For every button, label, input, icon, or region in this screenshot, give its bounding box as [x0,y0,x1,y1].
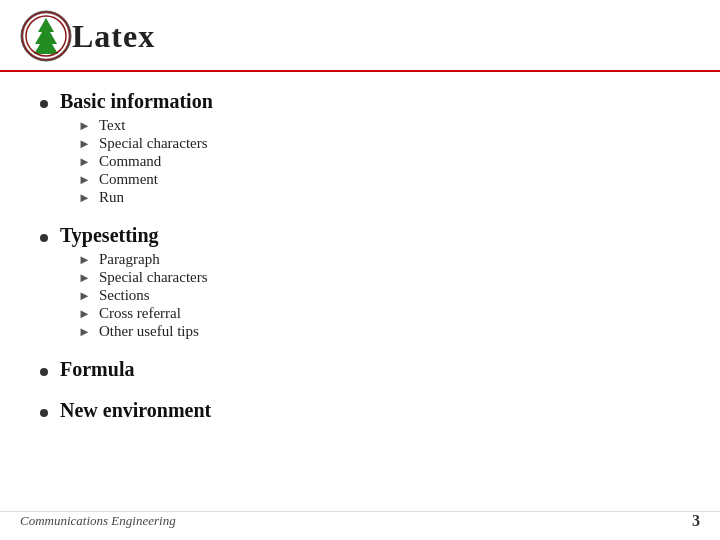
list-item: ► Text [78,117,680,134]
bullet-icon [40,234,48,242]
arrow-icon: ► [78,270,91,286]
arrow-icon: ► [78,190,91,206]
main-content: Basic information ► Text ► Special chara… [0,72,720,450]
list-item: ► Other useful tips [78,323,680,340]
page-number: 3 [692,512,700,530]
arrow-icon: ► [78,154,91,170]
arrow-icon: ► [78,252,91,268]
logo [20,10,72,62]
arrow-icon: ► [78,136,91,152]
section-basic-info: Basic information ► Text ► Special chara… [40,90,680,206]
bullet-icon [40,368,48,376]
basic-info-sublist: ► Text ► Special characters ► Command ► … [78,117,680,206]
section-typesetting: Typesetting ► Paragraph ► Special charac… [40,224,680,340]
typesetting-sublist: ► Paragraph ► Special characters ► Secti… [78,251,680,340]
header: Latex [0,0,720,72]
arrow-icon: ► [78,324,91,340]
section-formula: Formula [40,358,680,381]
list-item: ► Cross referral [78,305,680,322]
section-new-environment: New environment [40,399,680,422]
list-item: ► Paragraph [78,251,680,268]
section-title-basic: Basic information [60,90,213,113]
list-item: ► Sections [78,287,680,304]
list-item: ► Run [78,189,680,206]
arrow-icon: ► [78,306,91,322]
list-item: ► Comment [78,171,680,188]
bullet-icon [40,409,48,417]
list-item: ► Special characters [78,269,680,286]
section-title-typesetting: Typesetting [60,224,159,247]
bullet-icon [40,100,48,108]
arrow-icon: ► [78,172,91,188]
footer-label: Communications Engineering [20,513,176,529]
list-item: ► Command [78,153,680,170]
page-title: Latex [72,18,155,55]
section-title-formula: Formula [60,358,134,381]
section-title-new-env: New environment [60,399,211,422]
footer: Communications Engineering 3 [0,511,720,530]
list-item: ► Special characters [78,135,680,152]
arrow-icon: ► [78,118,91,134]
arrow-icon: ► [78,288,91,304]
